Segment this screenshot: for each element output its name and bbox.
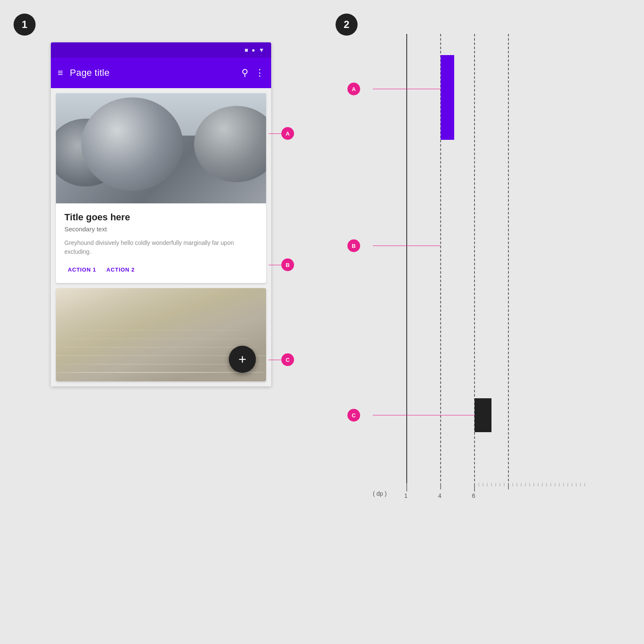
annot-b-badge: B bbox=[281, 258, 294, 271]
card-body: Title goes here Secondary text Greyhound… bbox=[56, 203, 266, 283]
fab-icon: + bbox=[239, 352, 247, 367]
annotation-b-left: B bbox=[269, 258, 294, 271]
status-icon-wifi: ▼ bbox=[258, 47, 264, 53]
right-annot-a: A bbox=[347, 83, 360, 95]
card-subtitle: Secondary text bbox=[64, 225, 258, 233]
sand-wave-4 bbox=[64, 347, 258, 347]
diagram-container: ( dp ) 1 4 6 A B C bbox=[347, 34, 619, 585]
card-text: Greyhound divisively hello coldly wonder… bbox=[64, 239, 258, 256]
sand-wave-5 bbox=[73, 339, 249, 339]
section-badge-1: 1 bbox=[14, 14, 36, 36]
status-icon-circle: ● bbox=[252, 47, 255, 53]
svg-text:1: 1 bbox=[404, 492, 408, 499]
app-bar-title: Page title bbox=[70, 67, 235, 78]
search-icon[interactable]: ⚲ bbox=[242, 67, 248, 78]
svg-text:6: 6 bbox=[472, 492, 475, 499]
fab-button[interactable]: + bbox=[229, 346, 256, 373]
right-annot-c-badge: C bbox=[347, 409, 360, 422]
card-title: Title goes here bbox=[64, 212, 258, 223]
annot-b-line bbox=[269, 265, 281, 265]
action1-button[interactable]: ACTION 1 bbox=[64, 263, 100, 276]
annot-c-badge: C bbox=[281, 353, 294, 366]
sand-wave-6 bbox=[81, 330, 241, 330]
left-panel: 1 ■ ● ▼ ≡ Page title ⚲ ⋮ bbox=[0, 0, 322, 644]
svg-rect-5 bbox=[475, 398, 491, 432]
right-panel: 2 bbox=[322, 0, 644, 644]
svg-rect-4 bbox=[441, 55, 454, 140]
action2-button[interactable]: ACTION 2 bbox=[103, 263, 138, 276]
card-1: Title goes here Secondary text Greyhound… bbox=[56, 93, 266, 283]
annot-a-line bbox=[269, 133, 281, 134]
card-image-rocks bbox=[56, 93, 266, 203]
section-badge-2: 2 bbox=[336, 14, 358, 36]
annot-a-badge: A bbox=[281, 127, 294, 140]
app-bar-actions: ⚲ ⋮ bbox=[242, 67, 264, 78]
svg-text:( dp ): ( dp ) bbox=[373, 490, 387, 497]
more-icon[interactable]: ⋮ bbox=[255, 67, 264, 78]
right-annot-b: B bbox=[347, 239, 360, 252]
ruler-diagram-svg: ( dp ) 1 4 6 bbox=[373, 34, 627, 542]
annotation-a-left: A bbox=[269, 127, 294, 140]
right-annot-c: C bbox=[347, 409, 360, 422]
card-actions: ACTION 1 ACTION 2 bbox=[64, 263, 258, 278]
content-area: Title goes here Secondary text Greyhound… bbox=[51, 88, 271, 386]
app-bar: ≡ Page title ⚲ ⋮ bbox=[51, 58, 271, 88]
rock-center bbox=[81, 97, 183, 191]
status-bar: ■ ● ▼ bbox=[51, 42, 271, 58]
annot-c-line bbox=[269, 360, 281, 360]
status-icon-square: ■ bbox=[244, 47, 248, 53]
sand-wave-1 bbox=[56, 372, 266, 373]
right-annot-a-badge: A bbox=[347, 83, 360, 95]
menu-icon[interactable]: ≡ bbox=[58, 67, 63, 78]
right-annot-b-badge: B bbox=[347, 239, 360, 252]
svg-text:4: 4 bbox=[438, 492, 441, 499]
annotation-c-left: C bbox=[269, 353, 294, 366]
phone-mockup: ■ ● ▼ ≡ Page title ⚲ ⋮ bbox=[51, 42, 271, 386]
